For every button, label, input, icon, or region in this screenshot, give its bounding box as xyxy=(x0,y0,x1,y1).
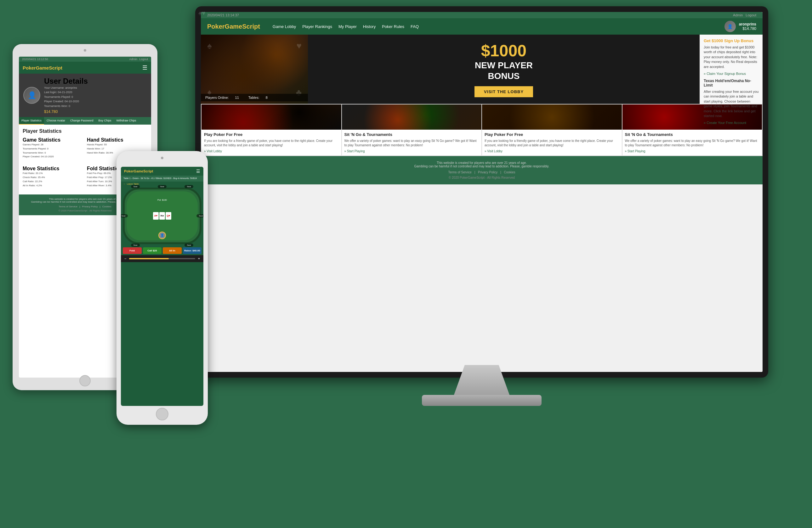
seat-top-center[interactable]: Seat xyxy=(158,185,166,188)
card-3-desc: If you are looking for a friendly game o… xyxy=(484,139,619,148)
sidebar-holdem-link[interactable]: » Create Your Free Account xyxy=(704,121,759,125)
desktop-navbar: PokerGameScript Game Lobby Player Rankin… xyxy=(201,18,763,35)
game-stat-4: Player Created: 04-10-2020 xyxy=(23,155,83,159)
community-card-3: Q♥ xyxy=(165,212,171,220)
footer-cookies[interactable]: Cookies xyxy=(504,170,515,174)
tab-choose-avatar[interactable]: Choose Avatar xyxy=(44,117,68,125)
nav-my-player[interactable]: My Player xyxy=(338,24,357,29)
tablet-stats-title: Player Statistics xyxy=(23,129,147,134)
card-1-link[interactable]: » Visit Lobby xyxy=(204,149,339,153)
card-2-link[interactable]: » Start Playing xyxy=(345,149,479,153)
seat-top-left[interactable]: Seat xyxy=(131,185,140,188)
sidebar-bonus-link[interactable]: » Claim Your Signup Bonus xyxy=(704,72,759,76)
tablet-tournaments-line: Tournaments Played: 0 xyxy=(44,95,88,99)
card-2-desc: We offer a variety of poker games: want … xyxy=(345,139,479,148)
bonus-text: NEW PLAYER BONUS xyxy=(475,60,533,81)
seat-left[interactable]: Seat xyxy=(121,214,128,217)
tablet-topbar: 2020/04/21 13:12:50 Admin Logout xyxy=(19,57,151,62)
mobile-frame: PokerGameScript ☰ Table 1 - Green - Sit … xyxy=(116,151,208,425)
card-2-image xyxy=(342,104,482,130)
desktop-logout-link[interactable]: Logout xyxy=(745,13,756,17)
card-1-image: ♠♥ xyxy=(202,104,341,130)
card-4-content: Sit 'N Go & Tournaments We offer a varie… xyxy=(622,130,762,155)
seat-bottom-right[interactable]: Seat xyxy=(185,243,193,247)
mobile-game-info: Table 1 - Green - Sit 'N Go - #1 // Blin… xyxy=(121,176,203,182)
nav-faq[interactable]: FAQ xyxy=(410,24,419,29)
player-avatar-mobile: 👤 xyxy=(158,231,166,239)
tablet-datetime: 2020/04/21 13:12:50 xyxy=(22,58,48,61)
community-card-1: A♥ xyxy=(153,212,159,220)
tablet-won-line: Tournaments Won: 0 xyxy=(44,104,88,108)
tablet-avatar: 👤 xyxy=(23,87,40,104)
tablet-user-section: 👤 User Details Your Username: aronprins … xyxy=(19,74,151,117)
sidebar-holdem-title: Texas Hold'em/Omaha No-Limit xyxy=(704,79,759,88)
allin-button[interactable]: All In xyxy=(163,247,182,254)
nav-player-rankings[interactable]: Player Rankings xyxy=(302,24,332,29)
mobile-device: PokerGameScript ☰ Table 1 - Green - Sit … xyxy=(116,151,211,440)
tablet-footer-privacy[interactable]: Privacy Policy xyxy=(82,205,98,208)
seat-right[interactable]: Seat xyxy=(197,214,203,217)
footer-privacy[interactable]: Privacy Policy xyxy=(478,170,497,174)
move-stat-3: Call Ratio: 22.2% xyxy=(23,180,83,184)
desktop-admin-link[interactable]: Admin xyxy=(733,13,743,17)
sidebar-bonus-text: Join today for free and get $1000 worth … xyxy=(704,45,759,69)
hero-image: ♠ ♥ ♦ ♣ Players Online: 11 Tables: 8 xyxy=(201,35,308,104)
seat-bottom-left[interactable]: Seat xyxy=(131,243,140,247)
mobile-action-buttons: Fold Call $20 All In Raise: $40.00 xyxy=(121,245,203,255)
tablet-footer-cookies[interactable]: Cookies xyxy=(102,205,112,208)
seat-top-right[interactable]: Seat xyxy=(185,185,193,188)
desktop-nav-right: 👤 aronprins $14.780 xyxy=(724,21,756,32)
footer-tos[interactable]: Terms of Service xyxy=(448,170,471,174)
hero-stats-bar: Players Online: 11 Tables: 8 xyxy=(201,94,308,101)
desktop-footer: This website is created for players who … xyxy=(201,156,763,184)
tablet-admin-link[interactable]: Admin xyxy=(129,58,137,61)
hamburger-icon[interactable]: ☰ xyxy=(142,64,147,71)
tablet-balance: $14.780 xyxy=(44,109,88,114)
call-button[interactable]: Call $20 xyxy=(143,247,162,254)
nav-poker-rules[interactable]: Poker Rules xyxy=(382,24,404,29)
footer-gambling: Gambling can be harmful if not controlle… xyxy=(206,165,757,168)
players-online-label: Players Online: xyxy=(205,96,229,100)
game-stat-1: Games Played: 28 xyxy=(23,143,83,147)
card-1-content: Play Poker For Free If you are looking f… xyxy=(202,130,341,155)
bonus-line1: NEW PLAYER xyxy=(475,60,533,71)
tablet-home-button[interactable] xyxy=(79,375,91,387)
desktop-nav-links: Game Lobby Player Rankings My Player His… xyxy=(273,24,724,29)
card-1: ♠♥ Play Poker For Free If you are lookin… xyxy=(202,104,341,155)
slider-plus-button[interactable]: + xyxy=(197,256,202,261)
move-stat-1: Fold Ratio: 20.1% xyxy=(23,171,83,176)
mobile-logo: PokerGameScript xyxy=(124,169,153,173)
raise-button[interactable]: Raise: $40.00 xyxy=(183,247,202,254)
tablet-tabs: Player Statistics Choose Avatar Change P… xyxy=(19,117,151,125)
card-4-link[interactable]: » Start Playing xyxy=(625,149,760,153)
tab-buy-chips[interactable]: Buy Chips xyxy=(96,117,114,125)
tablet-navbar: PokerGameScript ☰ xyxy=(19,62,151,74)
sidebar-holdem-text: After creating your free account you can… xyxy=(704,89,759,118)
card-3-link[interactable]: » Visit Lobby xyxy=(484,149,619,153)
hero-bonus-section: $1000 NEW PLAYER BONUS VISIT THE LOBBY xyxy=(308,35,700,104)
visit-lobby-button[interactable]: VISIT THE LOBBY xyxy=(475,86,533,97)
mobile-home-button[interactable] xyxy=(156,408,169,420)
tab-player-statistics[interactable]: Player Statistics xyxy=(19,117,44,125)
fold-button[interactable]: Fold xyxy=(123,247,142,254)
tablet-footer-tos[interactable]: Terms of Service xyxy=(59,205,77,208)
move-stat-4: All In Ratio: 4.2% xyxy=(23,184,83,188)
slider-fill xyxy=(129,258,169,259)
card-3-title: Play Poker For Free xyxy=(484,132,619,137)
tablet-game-stats: Game Statistics Games Played: 28 Tournam… xyxy=(23,137,83,159)
nav-history[interactable]: History xyxy=(363,24,376,29)
raise-slider-area: − + xyxy=(121,255,203,262)
players-online-value: 11 xyxy=(235,96,239,100)
card-2: Sit 'N Go & Tournaments We offer a varie… xyxy=(342,104,482,155)
footer-copyright: © 2020 PokerGameScript - All Rights Rese… xyxy=(206,176,757,179)
tablet-user-details-title: User Details xyxy=(44,77,88,86)
tablet-logout-link[interactable]: Logout xyxy=(139,58,148,61)
slider-minus-button[interactable]: − xyxy=(123,256,128,261)
mobile-hamburger-icon[interactable]: ☰ xyxy=(196,169,200,174)
tab-change-password[interactable]: Change Password xyxy=(68,117,96,125)
tablet-camera xyxy=(84,49,86,51)
tab-withdraw-chips[interactable]: Withdraw Chips xyxy=(114,117,139,125)
raise-slider[interactable] xyxy=(129,258,195,259)
mobile-screen: PokerGameScript ☰ Table 1 - Green - Sit … xyxy=(121,167,203,406)
nav-game-lobby[interactable]: Game Lobby xyxy=(273,24,296,29)
